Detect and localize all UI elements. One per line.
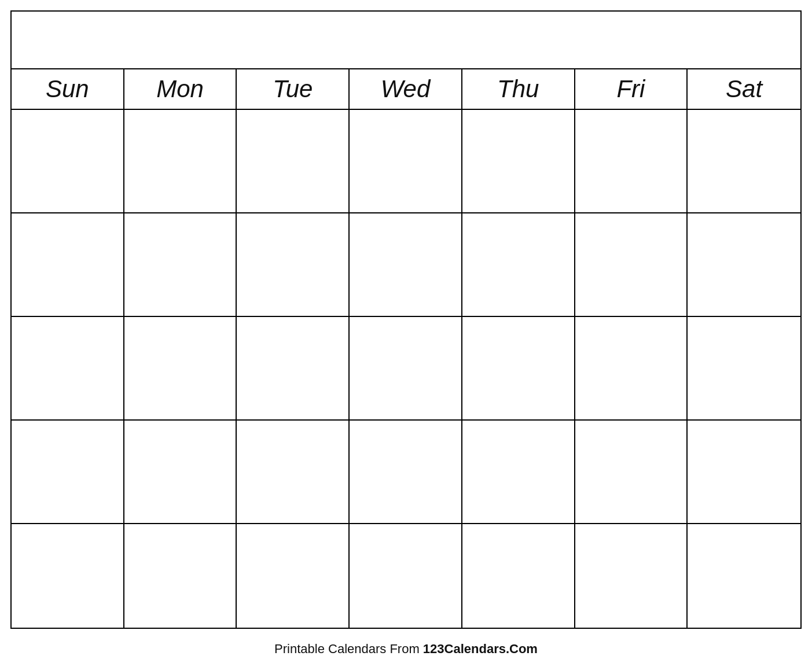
footer: Printable Calendars From 123Calendars.Co…	[10, 629, 802, 667]
day-cell	[12, 421, 124, 523]
day-cell	[575, 421, 688, 523]
day-cell	[124, 213, 237, 316]
day-cell	[12, 213, 124, 316]
day-cell	[688, 317, 800, 419]
day-cell	[124, 524, 237, 628]
day-cell	[12, 317, 124, 419]
calendar: Sun Mon Tue Wed Thu Fri Sat	[10, 10, 802, 629]
day-cell	[350, 110, 462, 212]
day-cell	[462, 110, 575, 212]
day-cell	[237, 317, 350, 419]
calendar-title	[12, 12, 800, 69]
day-cell	[462, 213, 575, 316]
day-header-mon: Mon	[124, 69, 237, 109]
day-cell	[350, 317, 462, 419]
day-cell	[350, 213, 462, 316]
week-row-2	[12, 213, 800, 317]
day-cell	[575, 317, 688, 419]
day-cell	[350, 421, 462, 523]
day-cell	[124, 110, 237, 212]
week-row-1	[12, 110, 800, 213]
footer-text-bold: 123Calendars.Com	[423, 642, 538, 656]
day-header-thu: Thu	[462, 69, 575, 109]
calendar-body	[12, 110, 800, 628]
day-cell	[575, 110, 688, 212]
day-cell	[237, 213, 350, 316]
day-cell	[462, 421, 575, 523]
day-header-sat: Sat	[688, 69, 800, 109]
page: Sun Mon Tue Wed Thu Fri Sat	[0, 0, 812, 667]
footer-text-normal: Printable Calendars From	[274, 642, 423, 656]
day-cell	[350, 524, 462, 628]
day-header-fri: Fri	[575, 69, 688, 109]
day-cell	[462, 317, 575, 419]
day-cell	[12, 524, 124, 628]
day-cell	[237, 421, 350, 523]
day-cell	[462, 524, 575, 628]
day-cell	[575, 524, 688, 628]
day-cell	[237, 524, 350, 628]
day-cell	[124, 421, 237, 523]
day-cell	[688, 213, 800, 316]
day-cell	[688, 421, 800, 523]
week-row-5	[12, 524, 800, 628]
calendar-header: Sun Mon Tue Wed Thu Fri Sat	[12, 69, 800, 110]
day-cell	[124, 317, 237, 419]
week-row-4	[12, 421, 800, 524]
day-cell	[688, 110, 800, 212]
day-header-sun: Sun	[12, 69, 124, 109]
day-header-tue: Tue	[237, 69, 350, 109]
day-cell	[12, 110, 124, 212]
day-cell	[237, 110, 350, 212]
week-row-3	[12, 317, 800, 421]
day-cell	[575, 213, 688, 316]
day-cell	[688, 524, 800, 628]
day-header-wed: Wed	[350, 69, 462, 109]
